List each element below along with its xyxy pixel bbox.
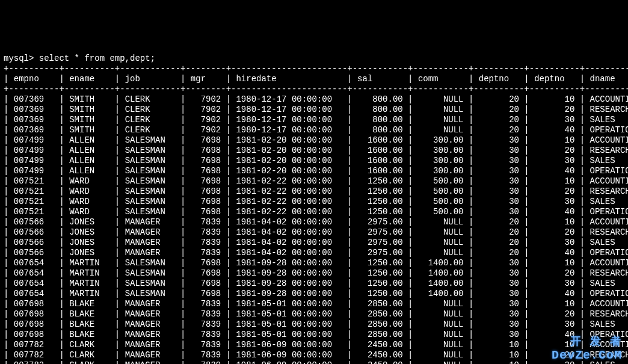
terminal-output: mysql> select * from emp,dept; +--------… — [0, 51, 628, 364]
watermark-bottom: DevZe.CoM — [552, 350, 622, 360]
watermark-top: 开 发 者 — [570, 337, 622, 347]
